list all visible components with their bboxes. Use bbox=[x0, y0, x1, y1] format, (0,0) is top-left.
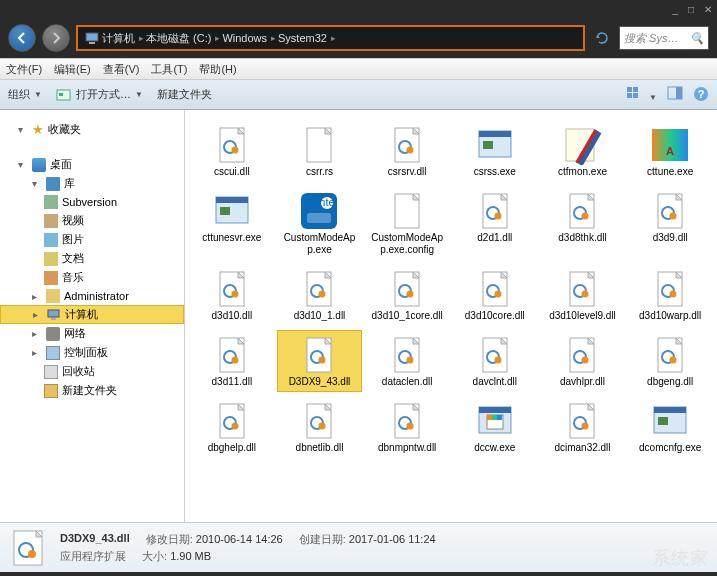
organize-button[interactable]: 组织▼ bbox=[8, 87, 42, 102]
file-item[interactable]: dbghelp.dll bbox=[189, 396, 275, 458]
svg-point-75 bbox=[494, 357, 501, 364]
tree-lib-item[interactable]: Subversion bbox=[0, 193, 184, 211]
file-item[interactable]: d3d8thk.dll bbox=[540, 186, 626, 260]
tree-desktop[interactable]: ▾ 桌面 bbox=[0, 155, 184, 174]
tree-favorites[interactable]: ▾ ★ 收藏夹 bbox=[0, 120, 184, 139]
file-item[interactable]: davclnt.dll bbox=[452, 330, 538, 392]
file-item[interactable]: csrss.exe bbox=[452, 120, 538, 182]
file-item[interactable]: D3DX9_43.dll bbox=[277, 330, 363, 392]
file-icon bbox=[558, 124, 606, 166]
svg-rect-35 bbox=[307, 213, 331, 223]
file-item[interactable]: davhlpr.dll bbox=[540, 330, 626, 392]
subversion-icon bbox=[44, 195, 58, 209]
svg-rect-9 bbox=[676, 87, 682, 99]
search-input[interactable]: 搜索 Sys… 🔍 bbox=[619, 26, 709, 50]
file-list[interactable]: cscui.dllcsrr.rscsrsrv.dllcsrss.exectfmo… bbox=[185, 110, 717, 522]
search-placeholder: 搜索 Sys… bbox=[624, 31, 678, 46]
help-button[interactable]: ? bbox=[693, 86, 709, 104]
svg-point-42 bbox=[582, 213, 589, 220]
file-item[interactable]: dccw.exe bbox=[452, 396, 538, 458]
tree-new-folder[interactable]: 新建文件夹 bbox=[0, 381, 184, 400]
menu-tools[interactable]: 工具(T) bbox=[151, 62, 187, 77]
file-item[interactable]: dciman32.dll bbox=[540, 396, 626, 458]
tree-computer[interactable]: ▸ 计算机 bbox=[0, 305, 184, 324]
file-icon bbox=[295, 124, 343, 166]
svg-point-63 bbox=[670, 291, 677, 298]
tree-lib-item[interactable]: 文档 bbox=[0, 249, 184, 268]
computer-icon bbox=[84, 30, 100, 46]
file-item[interactable]: csrsrv.dll bbox=[364, 120, 450, 182]
file-item[interactable]: d3d10_1.dll bbox=[277, 264, 363, 326]
menu-help[interactable]: 帮助(H) bbox=[199, 62, 236, 77]
navigation-bar: 计算机▸ 本地磁盘 (C:)▸ Windows▸ System32▸ 搜索 Sy… bbox=[0, 18, 717, 58]
file-item[interactable]: cttunesvr.exe bbox=[189, 186, 275, 260]
file-item[interactable]: d3d10.dll bbox=[189, 264, 275, 326]
menu-view[interactable]: 查看(V) bbox=[103, 62, 140, 77]
menu-edit[interactable]: 编辑(E) bbox=[54, 62, 91, 77]
file-item[interactable]: d3d10level9.dll bbox=[540, 264, 626, 326]
refresh-button[interactable] bbox=[591, 27, 613, 49]
menu-file[interactable]: 文件(F) bbox=[6, 62, 42, 77]
forward-button[interactable] bbox=[42, 24, 70, 52]
tree-lib-item[interactable]: 图片 bbox=[0, 230, 184, 249]
file-item[interactable]: CustomModeApp.exe.config bbox=[364, 186, 450, 260]
tree-administrator[interactable]: ▸ Administrator bbox=[0, 287, 184, 305]
svg-rect-23 bbox=[483, 141, 493, 149]
status-size: 1.90 MB bbox=[170, 550, 211, 562]
minimize-button[interactable]: _ bbox=[672, 4, 678, 15]
file-item[interactable]: d3d10warp.dll bbox=[627, 264, 713, 326]
expand-icon[interactable]: ▸ bbox=[32, 291, 42, 302]
file-item[interactable]: dbgeng.dll bbox=[627, 330, 713, 392]
collapse-icon[interactable]: ▾ bbox=[32, 178, 42, 189]
new-folder-button[interactable]: 新建文件夹 bbox=[157, 87, 212, 102]
file-item[interactable]: intelCustomModeApp.exe bbox=[277, 186, 363, 260]
maximize-button[interactable]: □ bbox=[688, 4, 694, 15]
file-item[interactable]: d2d1.dll bbox=[452, 186, 538, 260]
expand-icon[interactable]: ▸ bbox=[32, 347, 42, 358]
collapse-icon[interactable]: ▾ bbox=[18, 124, 28, 135]
breadcrumb[interactable]: 计算机▸ 本地磁盘 (C:)▸ Windows▸ System32▸ bbox=[76, 25, 585, 51]
tree-control-panel[interactable]: ▸ 控制面板 bbox=[0, 343, 184, 362]
file-label: d3d10_1core.dll bbox=[372, 310, 443, 322]
menu-bar: 文件(F) 编辑(E) 查看(V) 工具(T) 帮助(H) bbox=[0, 58, 717, 80]
tree-library[interactable]: ▾ 库 bbox=[0, 174, 184, 193]
expand-icon[interactable]: ▸ bbox=[32, 328, 42, 339]
file-item[interactable]: d3d9.dll bbox=[627, 186, 713, 260]
status-filetype: 应用程序扩展 bbox=[60, 549, 126, 564]
breadcrumb-item[interactable]: Windows▸ bbox=[222, 32, 276, 44]
file-label: d3d10.dll bbox=[212, 310, 253, 322]
file-item[interactable]: cscui.dll bbox=[189, 120, 275, 182]
breadcrumb-item[interactable]: System32▸ bbox=[278, 32, 336, 44]
tree-lib-item[interactable]: 视频 bbox=[0, 211, 184, 230]
folder-icon bbox=[44, 384, 58, 398]
file-item[interactable]: Acttune.exe bbox=[627, 120, 713, 182]
file-item[interactable]: dbnetlib.dll bbox=[277, 396, 363, 458]
file-item[interactable]: dcomcnfg.exe bbox=[627, 396, 713, 458]
tree-recycle[interactable]: 回收站 bbox=[0, 362, 184, 381]
file-label: dcomcnfg.exe bbox=[639, 442, 701, 454]
recycle-icon bbox=[44, 365, 58, 379]
collapse-icon[interactable]: ▾ bbox=[18, 159, 28, 170]
file-item[interactable]: dbnmpntw.dll bbox=[364, 396, 450, 458]
file-item[interactable]: d3d10_1core.dll bbox=[364, 264, 450, 326]
breadcrumb-item[interactable]: 计算机▸ bbox=[102, 31, 144, 46]
file-item[interactable]: d3d11.dll bbox=[189, 330, 275, 392]
file-item[interactable]: d3d10core.dll bbox=[452, 264, 538, 326]
close-button[interactable]: ✕ bbox=[704, 4, 712, 15]
file-item[interactable]: csrr.rs bbox=[277, 120, 363, 182]
view-options-button[interactable]: ▼ bbox=[626, 86, 657, 104]
back-button[interactable] bbox=[8, 24, 36, 52]
file-label: dciman32.dll bbox=[554, 442, 610, 454]
file-icon bbox=[208, 190, 256, 232]
file-item[interactable]: ctfmon.exe bbox=[540, 120, 626, 182]
file-label: d3d8thk.dll bbox=[558, 232, 606, 244]
preview-pane-button[interactable] bbox=[667, 86, 683, 104]
open-with-button[interactable]: 打开方式…▼ bbox=[56, 87, 143, 102]
tree-network[interactable]: ▸ 网络 bbox=[0, 324, 184, 343]
file-item[interactable]: dataclen.dll bbox=[364, 330, 450, 392]
breadcrumb-item[interactable]: 本地磁盘 (C:)▸ bbox=[146, 31, 220, 46]
file-label: ctfmon.exe bbox=[558, 166, 607, 178]
tree-lib-item[interactable]: 音乐 bbox=[0, 268, 184, 287]
desktop-icon bbox=[32, 158, 46, 172]
expand-icon[interactable]: ▸ bbox=[33, 309, 43, 320]
